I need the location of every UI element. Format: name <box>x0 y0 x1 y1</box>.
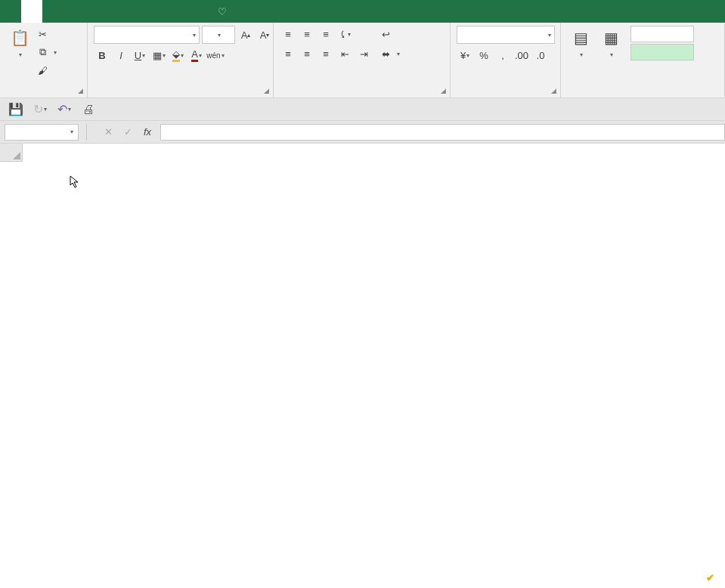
cut-button[interactable]: ✂ <box>36 26 57 42</box>
merge-icon: ⬌ <box>380 48 392 60</box>
name-box[interactable]: ▾ <box>5 124 79 141</box>
tell-me[interactable]: ♡ <box>218 0 230 23</box>
format-table-button[interactable]: ▦ ▾ <box>597 26 624 60</box>
align-top-button[interactable]: ≡ <box>280 26 296 42</box>
tab-layout[interactable] <box>64 0 85 23</box>
paste-button[interactable]: 📋 ▾ <box>6 26 33 60</box>
spreadsheet-grid <box>0 144 725 162</box>
quick-access-toolbar: 💾 ↻▾ ↶▾ 🖨 <box>0 98 725 121</box>
enter-formula-button[interactable]: ✓ <box>118 124 138 141</box>
tab-formulas[interactable] <box>85 0 106 23</box>
currency-button[interactable]: ¥▾ <box>457 47 473 63</box>
border-button[interactable]: ▦▾ <box>150 47 167 63</box>
group-clipboard: 📋 ▾ ✂ ⧉▾ 🖌 ◢ <box>0 23 88 97</box>
font-launcher[interactable]: ◢ <box>261 85 271 96</box>
print-preview-button[interactable]: 🖨 <box>82 103 95 116</box>
table-icon: ▦ <box>600 27 621 48</box>
tab-view[interactable] <box>148 0 169 23</box>
font-label <box>94 94 267 96</box>
copy-icon: ⧉ <box>36 46 48 58</box>
decrease-indent-button[interactable]: ⇤ <box>336 45 353 62</box>
group-styles: ▤ ▾ ▦ ▾ <box>561 23 725 97</box>
brush-icon: 🖌 <box>36 64 48 76</box>
fill-color-button[interactable]: ⬙▾ <box>169 47 186 63</box>
decrease-decimal-button[interactable]: .0 <box>532 47 549 63</box>
watermark: ✔ <box>706 572 717 583</box>
align-right-button[interactable]: ≡ <box>318 45 334 62</box>
tab-review[interactable] <box>127 0 148 23</box>
clipboard-label <box>6 94 81 96</box>
mouse-cursor-icon <box>70 175 80 189</box>
group-alignment: ≡ ≡ ≡ ⤹▾ ≡ ≡ ≡ ⇤ ⇥ ↩ ⬌▾ ◢ <box>274 23 451 97</box>
tab-dev[interactable] <box>169 0 191 23</box>
group-font: ▾ ▾ A▴ A▾ B I U▾ ▦▾ ⬙▾ A▾ wén▾ ◢ <box>88 23 274 97</box>
tab-data[interactable] <box>106 0 127 23</box>
font-color-button[interactable]: A▾ <box>188 47 205 63</box>
formula-input[interactable] <box>160 124 725 141</box>
number-launcher[interactable]: ◢ <box>548 85 559 96</box>
copy-button[interactable]: ⧉▾ <box>36 44 57 60</box>
increase-font-button[interactable]: A▴ <box>237 26 254 43</box>
align-center-button[interactable]: ≡ <box>299 45 315 62</box>
tab-pdf[interactable] <box>191 0 212 23</box>
increase-indent-button[interactable]: ⇥ <box>355 45 372 62</box>
increase-decimal-button[interactable]: .00 <box>513 47 530 63</box>
ribbon: 📋 ▾ ✂ ⧉▾ 🖌 ◢ ▾ ▾ A▴ A▾ B I U▾ <box>0 23 725 98</box>
tab-insert[interactable] <box>42 0 64 23</box>
select-all-corner[interactable] <box>0 144 23 162</box>
percent-button[interactable]: % <box>476 47 492 63</box>
bold-button[interactable]: B <box>94 47 110 63</box>
undo-button[interactable]: ↶▾ <box>57 103 71 116</box>
scissors-icon: ✂ <box>36 28 48 40</box>
cond-format-icon: ▤ <box>570 27 591 48</box>
tab-file[interactable] <box>0 0 21 23</box>
decrease-font-button[interactable]: A▾ <box>256 26 273 43</box>
clipboard-launcher[interactable]: ◢ <box>75 85 85 96</box>
comma-button[interactable]: , <box>494 47 511 63</box>
column-headers <box>0 144 725 162</box>
alignment-label <box>280 94 444 96</box>
paste-icon: 📋 <box>9 27 30 48</box>
tab-home[interactable] <box>21 0 42 23</box>
phonetic-button[interactable]: wén▾ <box>207 47 224 63</box>
align-middle-button[interactable]: ≡ <box>299 26 315 42</box>
wrap-icon: ↩ <box>380 28 392 40</box>
orientation-button[interactable]: ⤹▾ <box>336 26 353 42</box>
align-bottom-button[interactable]: ≡ <box>318 26 334 42</box>
number-label <box>457 94 554 96</box>
lightbulb-icon: ♡ <box>218 6 227 17</box>
alignment-launcher[interactable]: ◢ <box>438 85 448 96</box>
number-format-combo[interactable]: ▾ <box>457 26 555 44</box>
fx-button[interactable]: fx <box>138 124 157 141</box>
conditional-format-button[interactable]: ▤ ▾ <box>567 26 594 60</box>
format-painter-button[interactable]: 🖌 <box>36 62 57 79</box>
merge-center-button[interactable]: ⬌▾ <box>380 45 400 62</box>
logo-icon: ✔ <box>706 572 714 583</box>
style-good[interactable] <box>631 44 694 60</box>
save-button[interactable]: 💾 <box>9 103 23 116</box>
wrap-text-button[interactable]: ↩ <box>380 26 400 42</box>
underline-button[interactable]: U▾ <box>132 47 148 63</box>
font-size-combo[interactable]: ▾ <box>202 26 235 44</box>
cancel-formula-button[interactable]: ✕ <box>98 124 118 141</box>
style-normal[interactable] <box>631 26 694 42</box>
redo-button[interactable]: ↻▾ <box>33 103 47 116</box>
italic-button[interactable]: I <box>113 47 129 63</box>
formula-bar: ▾ ✕ ✓ fx <box>0 121 725 144</box>
menu-bar: ♡ <box>0 0 725 23</box>
styles-label <box>567 94 718 96</box>
font-name-combo[interactable]: ▾ <box>94 26 200 44</box>
group-number: ▾ ¥▾ % , .00 .0 ◢ <box>451 23 561 97</box>
align-left-button[interactable]: ≡ <box>280 45 296 62</box>
